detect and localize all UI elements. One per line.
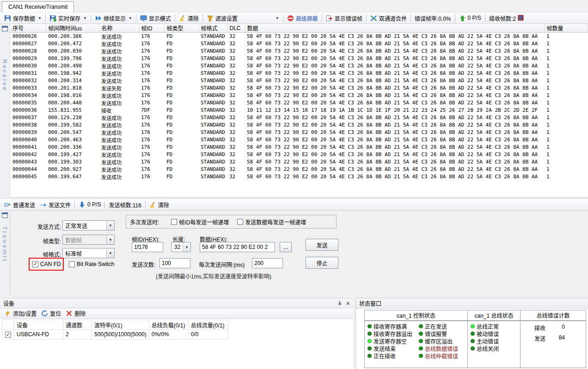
chevron-down-icon[interactable]: ▼	[38, 16, 42, 20]
close-icon[interactable]: ×	[346, 300, 350, 307]
window-icon[interactable]	[2, 26, 8, 31]
table-row[interactable]: 00000036155.831.955接收7DFFDSTANDARD3210 1…	[10, 107, 588, 114]
transmit-clear-button[interactable]: 清除	[147, 200, 172, 210]
table-cell: FD	[164, 121, 198, 129]
frame-counter-icon[interactable]	[518, 15, 525, 22]
delete-button[interactable]: 删除	[63, 309, 88, 319]
add-settings-button[interactable]: 添加/设置	[2, 309, 39, 319]
table-row[interactable]: 00000032000.200.314发送成功176FDSTANDARD3258…	[10, 77, 588, 85]
column-header[interactable]: 帧ID	[139, 24, 164, 32]
frame-id-increment-checkbox[interactable]: 帧ID每发送一帧递增	[171, 218, 229, 226]
dual-channel-merge-button[interactable]: 双通道合并	[368, 13, 409, 23]
table-cell: 发送成功	[99, 32, 139, 40]
status-led-icon	[419, 354, 423, 358]
chevron-down-icon[interactable]: ▼	[276, 16, 279, 20]
show-error-frames-button[interactable]: 显示错误帧	[324, 13, 365, 23]
table-row[interactable]: 00000028000.200.030发送成功176FDSTANDARD3258…	[10, 48, 588, 55]
device-checkbox[interactable]	[5, 332, 11, 338]
pin-icon[interactable]	[337, 301, 343, 306]
data-hex-input[interactable]	[200, 242, 275, 252]
table-cell: STANDARD	[198, 158, 227, 166]
window-icon[interactable]	[2, 212, 8, 218]
table-row[interactable]: 00000030000.200.498发送成功176FDSTANDARD3258…	[10, 62, 588, 70]
reset-button[interactable]: 复位	[39, 309, 63, 319]
checkbox-icon[interactable]	[69, 261, 75, 267]
table-cell: 00000043	[10, 158, 46, 166]
column-header[interactable]: DLC	[227, 24, 245, 32]
table-row[interactable]: 00000044000.200.927发送成功176FDSTANDARD3258…	[10, 166, 588, 173]
table-row[interactable]: 00000037000.129.238发送成功176FDSTANDARD3258…	[10, 114, 588, 121]
realtime-save-button[interactable]: 实时保存▼	[47, 13, 89, 23]
checkbox-icon[interactable]	[237, 219, 243, 225]
table-row[interactable]: 00000038000.199.582发送成功176FDSTANDARD3258…	[10, 121, 588, 129]
send-data-increment-label: 发送数据每发送一帧递增	[245, 218, 306, 226]
table-row[interactable]: 00000042000.199.427发送成功176FDSTANDARD3258…	[10, 151, 588, 158]
bit-rate-switch-checkbox[interactable]: Bit Rate Switch	[69, 261, 114, 267]
clear-button[interactable]: 清除	[177, 13, 201, 23]
table-row[interactable]: 00000043000.199.303发送成功176FDSTANDARD3258…	[10, 158, 588, 166]
toolbar-separator	[74, 201, 75, 209]
table-cell: 1	[544, 40, 588, 48]
column-header[interactable]: 名称	[99, 24, 139, 32]
table-cell: 176	[139, 121, 164, 129]
table-row[interactable]: 00000029000.199.796发送成功176FDSTANDARD3258…	[10, 55, 588, 62]
send-interval-input[interactable]	[252, 258, 283, 268]
table-row[interactable]: 00000041000.200.336发送成功176FDSTANDARD3258…	[10, 144, 588, 151]
chevron-down-icon[interactable]: ▼	[129, 16, 132, 20]
column-header[interactable]: 帧类型	[164, 24, 198, 32]
transmit-vertical-tab[interactable]: Transmit	[1, 226, 8, 262]
table-cell: 发送失败	[99, 85, 139, 92]
table-row[interactable]: 00000033000.201.818发送失败176FDSTANDARD3258…	[10, 85, 588, 92]
checkbox-checked-icon[interactable]	[32, 261, 38, 267]
column-header[interactable]: 序号	[10, 24, 46, 32]
filter-settings-dropdown[interactable]: 滤波设置 ▼	[204, 13, 282, 23]
table-row[interactable]: 00000035000.200.448发送成功176FDSTANDARD3258…	[10, 99, 588, 107]
chevron-down-icon[interactable]: ▼	[183, 242, 190, 252]
send-file-button[interactable]: 发送文件	[37, 200, 73, 210]
table-row[interactable]: 00000031000.198.942发送成功176FDSTANDARD3258…	[10, 70, 588, 77]
length-select[interactable]: 32 ▼	[172, 242, 191, 252]
data-more-button[interactable]: ...	[280, 242, 292, 252]
column-header[interactable]: 帧间隔时间us	[46, 24, 99, 32]
table-cell: 58 4F 60 73 22 90 E2 00 20 5A 4E C3 26 8…	[245, 129, 544, 136]
table-cell: 176	[139, 48, 164, 55]
table-row[interactable]: 00000026000.200.386发送成功176FDSTANDARD3258…	[10, 32, 588, 40]
table-row[interactable]: 00000034000.198.016发送成功176FDSTANDARD3258…	[10, 92, 588, 99]
continue-display-button[interactable]: 继续显示▼	[92, 13, 135, 23]
table-row[interactable]: 00000027000.200.472发送成功176FDSTANDARD3258…	[10, 40, 588, 48]
send-data-increment-checkbox[interactable]: 发送数据每发送一帧递增	[237, 218, 306, 226]
advanced-mask-button[interactable]: 高级屏蔽	[285, 13, 320, 23]
device-row-cells[interactable]: USBCAN-FD2500(500)/1000(5000)0%/0%0/0	[2, 330, 228, 339]
frame-format-select[interactable]: 标准帧 ▼	[62, 248, 115, 258]
column-header[interactable]: 帧数量	[544, 24, 588, 32]
canfd-checkbox[interactable]: CAN FD	[32, 261, 61, 267]
receive-vertical-tab[interactable]: Receive	[1, 59, 8, 91]
table-cell: 00000036	[10, 107, 46, 114]
chevron-down-icon[interactable]: ▼	[83, 16, 87, 20]
table-row[interactable]: 00000039000.200.547发送成功176FDSTANDARD3258…	[10, 129, 588, 136]
tab-can1-receive-transmit[interactable]: CAN1 Receive/Transmit	[2, 1, 74, 12]
table-cell: 176	[139, 114, 164, 121]
filter-icon	[207, 15, 214, 22]
status-item-label: 接收寄存器满	[374, 322, 407, 330]
status-item: 总线数据错误	[419, 345, 466, 352]
frame-id-input[interactable]	[132, 242, 163, 252]
column-header[interactable]: 数据	[245, 24, 544, 32]
send-times-input[interactable]	[159, 258, 190, 268]
table-row[interactable]: 00000045000.199.647发送成功176FDSTANDARD3258…	[10, 173, 588, 181]
send-button[interactable]: 发送	[306, 239, 338, 251]
chevron-down-icon[interactable]: ▼	[106, 248, 114, 258]
toolbar-separator	[91, 14, 91, 22]
table-row[interactable]: 00000040000.200.463发送成功176FDSTANDARD3258…	[10, 136, 588, 144]
save-data-button[interactable]: 保存数据▼	[2, 13, 44, 23]
table-cell: 1	[544, 173, 588, 181]
normal-send-button[interactable]: 普通发送	[2, 200, 37, 210]
column-header[interactable]: 帧格式	[198, 24, 227, 32]
chevron-down-icon[interactable]: ▼	[106, 221, 114, 230]
display-mode-button[interactable]: 显示模式	[138, 13, 173, 23]
checkbox-icon[interactable]	[171, 219, 177, 225]
table-cell: FD	[164, 85, 198, 92]
frame-type-select[interactable]: 数据帧 ▼	[62, 235, 115, 245]
stop-button[interactable]: 停止	[306, 257, 338, 269]
send-mode-select[interactable]: 正常发送 ▼	[62, 220, 115, 230]
